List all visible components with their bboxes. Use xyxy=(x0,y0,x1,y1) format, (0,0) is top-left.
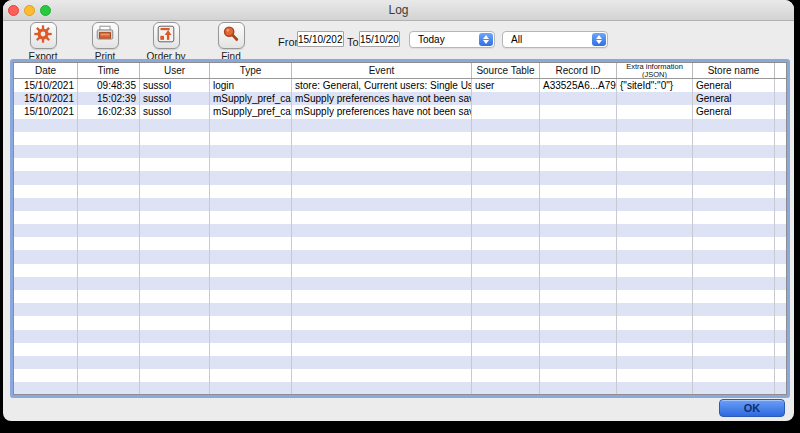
table-cell xyxy=(292,158,472,171)
table-row[interactable] xyxy=(14,224,786,237)
table-cell xyxy=(693,369,775,382)
period-select[interactable]: Today xyxy=(409,31,495,48)
table-row[interactable] xyxy=(14,382,786,395)
column-header-type[interactable]: Type xyxy=(210,63,292,78)
table-filler-cell xyxy=(775,92,786,105)
table-cell xyxy=(540,105,617,118)
table-cell: A33525A6...A7920F7B xyxy=(540,79,617,92)
table-row[interactable]: 15/10/202115:02:39sussolmSupply_pref_can… xyxy=(14,92,786,105)
table-row[interactable] xyxy=(14,264,786,277)
table-cell xyxy=(617,158,693,171)
table-cell xyxy=(693,171,775,184)
print-button[interactable]: Print xyxy=(80,22,130,62)
table-cell xyxy=(292,119,472,132)
table-cell xyxy=(617,369,693,382)
table-cell xyxy=(693,382,775,395)
table-cell xyxy=(210,119,292,132)
log-table: Date Time User Type Event Source Table R… xyxy=(10,59,790,398)
table-cell xyxy=(292,316,472,329)
column-header-record-id[interactable]: Record ID xyxy=(540,63,617,78)
table-row[interactable] xyxy=(14,145,786,158)
table-row[interactable] xyxy=(14,369,786,382)
table-row[interactable]: 15/10/202109:48:35sussolloginstore: Gene… xyxy=(14,79,786,92)
table-cell xyxy=(292,224,472,237)
table-cell xyxy=(14,382,78,395)
table-row[interactable] xyxy=(14,211,786,224)
column-header-source-table[interactable]: Source Table xyxy=(472,63,540,78)
export-icon-button[interactable] xyxy=(30,22,57,49)
table-cell xyxy=(14,237,78,250)
table-row[interactable] xyxy=(14,158,786,171)
table-cell xyxy=(78,171,140,184)
table-row[interactable] xyxy=(14,132,786,145)
table-cell xyxy=(540,250,617,263)
table-cell xyxy=(540,303,617,316)
table-row[interactable] xyxy=(14,290,786,303)
from-date-field[interactable] xyxy=(297,31,344,47)
table-row[interactable] xyxy=(14,316,786,329)
column-header-date[interactable]: Date xyxy=(14,63,78,78)
table-cell xyxy=(693,145,775,158)
table-cell xyxy=(693,211,775,224)
print-icon-button[interactable] xyxy=(92,22,119,49)
table-cell xyxy=(540,119,617,132)
table-cell xyxy=(292,343,472,356)
table-row[interactable] xyxy=(14,119,786,132)
table-row[interactable] xyxy=(14,303,786,316)
table-cell xyxy=(472,356,540,369)
find-button[interactable]: Find xyxy=(206,22,256,62)
table-cell xyxy=(210,356,292,369)
table-row[interactable] xyxy=(14,356,786,369)
table-cell xyxy=(14,198,78,211)
table-cell xyxy=(78,185,140,198)
table-row[interactable] xyxy=(14,277,786,290)
period-select-value: Today xyxy=(418,34,445,45)
ok-button[interactable]: OK xyxy=(719,399,785,417)
table-cell xyxy=(472,132,540,145)
table-cell xyxy=(78,224,140,237)
table-cell xyxy=(140,382,210,395)
table-row[interactable] xyxy=(14,198,786,211)
table-row[interactable] xyxy=(14,343,786,356)
column-header-event[interactable]: Event xyxy=(292,63,472,78)
table-cell: General xyxy=(693,79,775,92)
table-row[interactable]: 15/10/202116:02:33sussolmSupply_pref_can… xyxy=(14,105,786,118)
table-row[interactable] xyxy=(14,250,786,263)
find-icon-button[interactable] xyxy=(218,22,245,49)
filter-select[interactable]: All xyxy=(502,31,608,48)
table-cell xyxy=(292,264,472,277)
table-cell xyxy=(292,132,472,145)
ok-button-label: OK xyxy=(744,402,761,414)
table-cell xyxy=(693,132,775,145)
table-cell xyxy=(472,237,540,250)
table-cell xyxy=(78,369,140,382)
table-cell xyxy=(14,119,78,132)
table-cell xyxy=(140,185,210,198)
order-by-icon-button[interactable] xyxy=(153,22,180,49)
table-cell xyxy=(140,277,210,290)
table-cell xyxy=(78,330,140,343)
column-header-extra-information[interactable]: Extra information (JSON) xyxy=(617,63,693,78)
table-cell xyxy=(472,185,540,198)
table-row[interactable] xyxy=(14,330,786,343)
magnifier-icon xyxy=(220,23,242,49)
table-row[interactable] xyxy=(14,185,786,198)
table-cell xyxy=(78,277,140,290)
table-cell xyxy=(617,211,693,224)
column-header-time[interactable]: Time xyxy=(78,63,140,78)
title-bar[interactable]: Log xyxy=(3,0,794,21)
table-row[interactable] xyxy=(14,171,786,184)
table-cell xyxy=(210,290,292,303)
table-cell: 15/10/2021 xyxy=(14,79,78,92)
table-filler-cell xyxy=(775,382,786,395)
table-filler-cell xyxy=(775,158,786,171)
export-button[interactable]: Export xyxy=(18,22,68,62)
table-cell xyxy=(693,277,775,290)
table-cell xyxy=(472,92,540,105)
column-header-user[interactable]: User xyxy=(140,63,210,78)
table-filler-cell xyxy=(775,250,786,263)
to-date-field[interactable] xyxy=(359,31,400,47)
column-header-store-name[interactable]: Store name xyxy=(693,63,775,78)
table-row[interactable] xyxy=(14,237,786,250)
order-by-button[interactable]: Order by xyxy=(141,22,191,62)
